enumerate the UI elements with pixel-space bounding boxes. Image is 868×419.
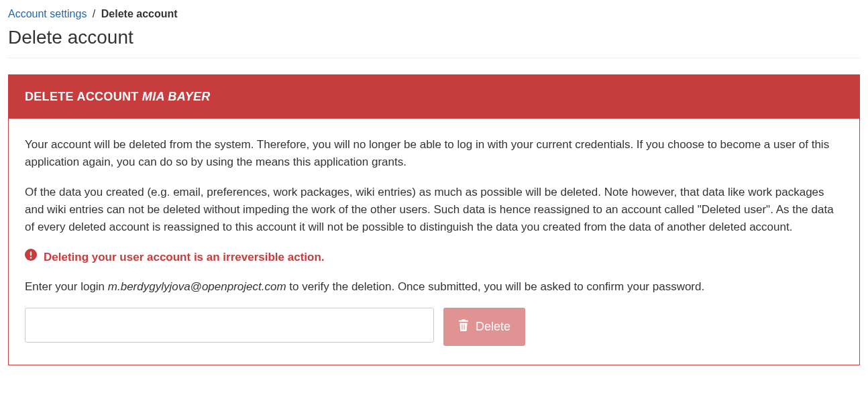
panel-header: Delete account Mia Bayer bbox=[9, 75, 859, 119]
divider bbox=[8, 58, 860, 58]
verify-prefix: Enter your login bbox=[25, 280, 108, 293]
breadcrumb-link-account-settings[interactable]: Account settings bbox=[8, 8, 87, 19]
delete-account-panel: Delete account Mia Bayer Your account wi… bbox=[8, 74, 860, 365]
warning-icon bbox=[25, 249, 37, 266]
svg-point-2 bbox=[30, 257, 32, 259]
verify-login-email: m.berdygylyjova@openproject.com bbox=[108, 280, 286, 293]
delete-button-label: Delete bbox=[476, 320, 510, 334]
trash-icon bbox=[458, 319, 469, 335]
info-paragraph-2: Of the data you created (e.g. email, pre… bbox=[25, 184, 843, 237]
info-paragraph-1: Your account will be deleted from the sy… bbox=[25, 136, 843, 172]
verify-instruction: Enter your login m.berdygylyjova@openpro… bbox=[25, 278, 843, 296]
panel-body: Your account will be deleted from the sy… bbox=[9, 119, 859, 365]
form-row: Delete bbox=[25, 308, 843, 346]
breadcrumb-current: Delete account bbox=[101, 8, 178, 19]
breadcrumb-separator: / bbox=[93, 8, 95, 19]
panel-header-username: Mia Bayer bbox=[142, 90, 211, 103]
verify-suffix: to verify the deletion. Once submitted, … bbox=[286, 280, 705, 293]
panel-header-prefix: Delete account bbox=[25, 90, 139, 103]
svg-rect-1 bbox=[30, 251, 32, 256]
login-verification-input[interactable] bbox=[25, 308, 434, 343]
warning-row: Deleting your user account is an irrever… bbox=[25, 249, 843, 266]
page-title: Delete account bbox=[8, 27, 860, 48]
breadcrumb: Account settings / Delete account bbox=[8, 8, 860, 20]
delete-button[interactable]: Delete bbox=[443, 308, 525, 346]
warning-text: Deleting your user account is an irrever… bbox=[44, 249, 325, 266]
